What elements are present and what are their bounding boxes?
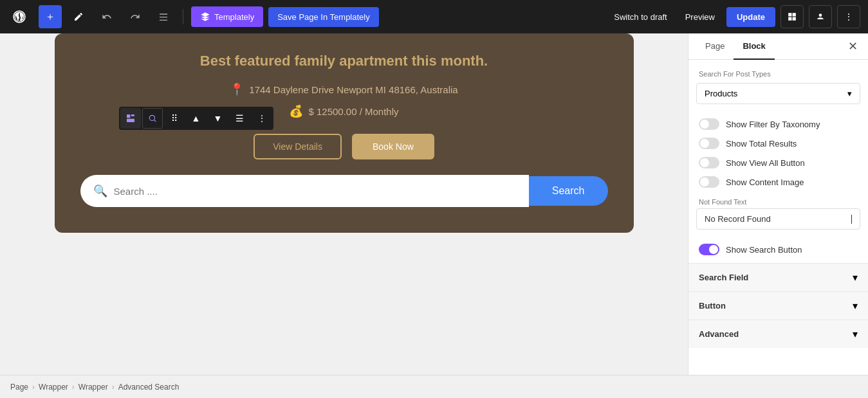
toggle-show-search-button[interactable] [699, 244, 719, 255]
show-search-button-label: Show Search Button [726, 245, 802, 255]
svg-rect-8 [127, 119, 134, 122]
hero-buttons: ⠿ ▲ ▼ ☰ ⋮ View Details Book Now [80, 134, 608, 159]
view-details-button[interactable]: View Details [254, 134, 342, 159]
search-input[interactable] [114, 186, 516, 197]
switch-draft-label: Switch to draft [614, 12, 667, 22]
right-panel: Page Block ✕ Search For Post Types Produ… [688, 33, 868, 375]
view-details-label: View Details [273, 141, 322, 152]
breadcrumb-wrapper-1[interactable]: Wrapper [39, 383, 68, 392]
breadcrumb-advanced-search[interactable]: Advanced Search [118, 383, 180, 392]
main-toolbar: ＋ Templately Save Page In Templately Swi… [0, 0, 868, 33]
main-area: Best featured family apartment this mont… [0, 33, 868, 375]
edit-tool-button[interactable] [67, 5, 90, 28]
book-now-button[interactable]: Book Now [352, 134, 434, 159]
move-down-button[interactable]: ▼ [208, 108, 228, 129]
align-button[interactable]: ☰ [230, 108, 250, 129]
hero-title: Best featured family apartment this mont… [80, 53, 608, 69]
breadcrumb-bar: Page › Wrapper › Wrapper › Advanced Sear… [0, 375, 868, 398]
toggle-filter-taxonomy-row: Show Filter By Taxonomy [688, 114, 868, 134]
list-view-button[interactable] [152, 5, 175, 28]
toggle-total-results[interactable] [699, 138, 719, 149]
preview-button[interactable]: Preview [679, 8, 721, 26]
templately-label: Templately [214, 12, 254, 22]
editor-canvas: Best featured family apartment this mont… [0, 33, 688, 375]
svg-line-10 [154, 120, 156, 122]
templately-button[interactable]: Templately [191, 6, 263, 27]
tab-block[interactable]: Block [734, 33, 774, 60]
breadcrumb-page[interactable]: Page [10, 383, 28, 392]
breadcrumb-wrapper-2[interactable]: Wrapper [78, 383, 108, 392]
toolbar-right: Switch to draft Preview Update ⋮ [607, 5, 860, 28]
show-search-button-row: Show Search Button [688, 240, 868, 263]
wp-logo-button[interactable] [8, 5, 31, 28]
chevron-down-icon: ▾ [847, 89, 852, 98]
search-button-label: Search [552, 185, 585, 196]
search-button[interactable]: Search [529, 176, 608, 206]
toggle-total-results-row: Show Total Results [688, 134, 868, 153]
search-block-icon[interactable] [142, 108, 163, 129]
redo-button[interactable] [124, 5, 147, 28]
search-for-post-types-label: Search For Post Types [688, 68, 868, 83]
panel-content: Search For Post Types Products ▾ Show Fi… [688, 60, 868, 375]
more-options-button[interactable]: ⋮ [837, 5, 860, 28]
toggle-filter-taxonomy[interactable] [699, 118, 719, 130]
search-icon: 🔍 [93, 184, 107, 198]
save-page-templately-button[interactable]: Save Page In Templately [268, 7, 379, 27]
save-templately-label: Save Page In Templately [277, 12, 370, 22]
svg-point-9 [149, 115, 154, 120]
tab-page-label: Page [705, 41, 725, 51]
chevron-down-icon-search: ▾ [853, 271, 858, 284]
not-found-input[interactable] [705, 214, 850, 224]
move-up-button[interactable]: ▲ [186, 108, 207, 129]
breadcrumb-sep-3: › [112, 383, 115, 392]
not-found-text-label: Not Found Text [688, 192, 868, 208]
advanced-section[interactable]: Advanced ▾ [688, 320, 868, 348]
tab-page[interactable]: Page [696, 33, 734, 60]
advanced-label: Advanced [699, 329, 739, 339]
breadcrumb-sep-1: › [32, 383, 35, 392]
preview-label: Preview [685, 12, 715, 22]
search-input-wrapper: 🔍 [80, 175, 529, 207]
drag-handle[interactable]: ⠿ [164, 108, 185, 129]
block-type-icon[interactable] [120, 108, 141, 129]
update-button[interactable]: Update [726, 7, 775, 27]
svg-rect-3 [788, 17, 791, 21]
block-toolbar: ⠿ ▲ ▼ ☰ ⋮ [119, 107, 273, 130]
toggle-view-all[interactable] [699, 157, 719, 168]
plus-icon: ＋ [45, 10, 55, 24]
add-block-button[interactable]: ＋ [39, 5, 62, 28]
button-section-label: Button [699, 301, 726, 311]
svg-rect-2 [793, 13, 796, 16]
svg-rect-1 [788, 13, 791, 16]
post-types-dropdown[interactable]: Products ▾ [696, 83, 860, 104]
toggle-total-results-label: Show Total Results [726, 139, 797, 149]
svg-rect-7 [131, 114, 134, 116]
toggle-content-image[interactable] [699, 176, 719, 188]
svg-rect-4 [793, 17, 796, 21]
not-found-input-wrapper [696, 208, 860, 230]
undo-button[interactable] [95, 5, 118, 28]
chevron-down-icon-button: ▾ [853, 300, 858, 312]
search-field-section[interactable]: Search Field ▾ [688, 263, 868, 291]
toggle-view-all-label: Show View All Button [726, 158, 805, 168]
canvas-inner: Best featured family apartment this mont… [55, 33, 634, 329]
more-block-options[interactable]: ⋮ [252, 108, 272, 129]
location-icon: 📍 [230, 82, 244, 96]
layout-view-button[interactable] [780, 5, 804, 28]
switch-draft-button[interactable]: Switch to draft [607, 8, 673, 26]
update-label: Update [737, 12, 765, 22]
breadcrumb-sep-2: › [72, 383, 75, 392]
button-section[interactable]: Button ▾ [688, 291, 868, 320]
chevron-down-icon-advanced: ▾ [853, 328, 858, 340]
svg-rect-6 [127, 114, 130, 118]
search-bar: 🔍 Search [80, 175, 608, 207]
toolbar-divider [183, 9, 183, 24]
hero-address: 📍 1744 Daylene Drive Newport MI 48166, A… [80, 82, 608, 96]
toggle-filter-taxonomy-label: Show Filter By Taxonomy [726, 120, 820, 129]
hero-price-text: $ 12500.00 / Monthly [308, 106, 398, 117]
book-now-label: Book Now [373, 141, 414, 152]
user-button[interactable] [809, 5, 832, 28]
panel-close-button[interactable]: ✕ [845, 37, 860, 56]
search-field-label: Search Field [699, 273, 748, 282]
toggle-view-all-row: Show View All Button [688, 153, 868, 172]
